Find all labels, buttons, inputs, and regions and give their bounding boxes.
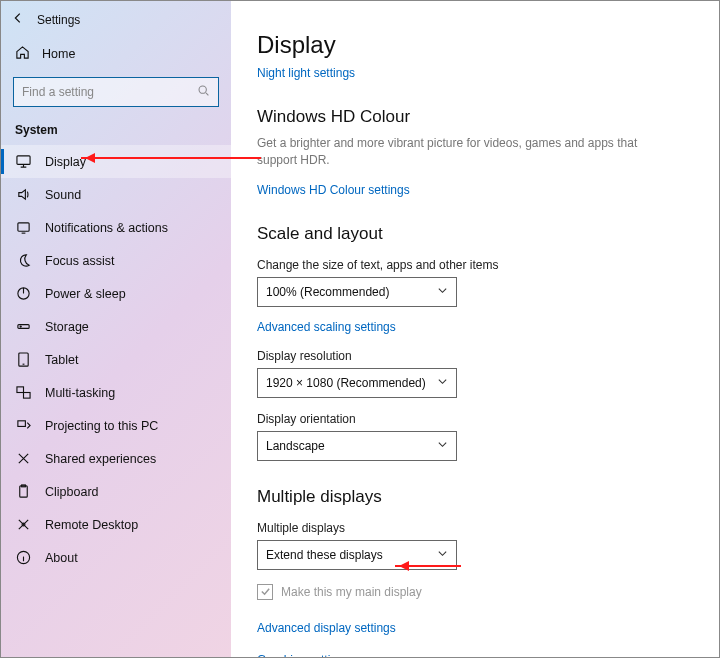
sidebar-item-label: Multi-tasking [45, 386, 115, 400]
sidebar-item-label: Storage [45, 320, 89, 334]
storage-icon [15, 319, 31, 334]
multi-icon [15, 385, 31, 400]
advanced-display-link[interactable]: Advanced display settings [257, 621, 396, 635]
home-nav[interactable]: Home [1, 37, 231, 71]
resolution-select[interactable]: 1920 × 1080 (Recommended) [257, 368, 457, 398]
sidebar-item-about[interactable]: About [1, 541, 231, 574]
sound-icon [15, 187, 31, 202]
main-display-checkbox [257, 584, 273, 600]
sidebar-item-label: Tablet [45, 353, 78, 367]
main-panel: Display Night light settings Windows HD … [231, 1, 719, 657]
tablet-icon [15, 352, 31, 367]
resolution-label: Display resolution [257, 349, 699, 363]
text-size-label: Change the size of text, apps and other … [257, 258, 699, 272]
home-icon [15, 45, 30, 63]
sidebar-item-notifications[interactable]: Notifications & actions [1, 211, 231, 244]
back-button[interactable] [11, 11, 25, 29]
project-icon [15, 418, 31, 433]
sidebar-item-sound[interactable]: Sound [1, 178, 231, 211]
sidebar: Settings Home System DisplaySoundNotific… [1, 1, 231, 657]
clipboard-icon [15, 484, 31, 499]
sidebar-item-label: About [45, 551, 78, 565]
main-display-checkbox-label: Make this my main display [281, 585, 422, 599]
sidebar-item-label: Sound [45, 188, 81, 202]
section-heading: System [1, 117, 231, 143]
orientation-label: Display orientation [257, 412, 699, 426]
info-icon [15, 550, 31, 565]
notif-icon [15, 220, 31, 235]
resolution-value: 1920 × 1080 (Recommended) [266, 376, 426, 390]
hd-colour-link[interactable]: Windows HD Colour settings [257, 183, 410, 197]
orientation-value: Landscape [266, 439, 325, 453]
sidebar-item-label: Notifications & actions [45, 221, 168, 235]
search-box[interactable] [13, 77, 219, 107]
annotation-arrow [81, 157, 261, 159]
chevron-down-icon [437, 439, 448, 453]
sidebar-item-label: Shared experiences [45, 452, 156, 466]
scale-heading: Scale and layout [257, 224, 699, 244]
shared-icon [15, 451, 31, 466]
hd-colour-desc: Get a brighter and more vibrant picture … [257, 135, 657, 170]
sidebar-item-tablet[interactable]: Tablet [1, 343, 231, 376]
sidebar-item-label: Power & sleep [45, 287, 126, 301]
remote-icon [15, 517, 31, 532]
text-size-value: 100% (Recommended) [266, 285, 389, 299]
monitor-icon [15, 154, 31, 169]
sidebar-item-storage[interactable]: Storage [1, 310, 231, 343]
chevron-down-icon [437, 548, 448, 562]
sidebar-item-power[interactable]: Power & sleep [1, 277, 231, 310]
multiple-displays-label: Multiple displays [257, 521, 699, 535]
main-display-checkbox-row: Make this my main display [257, 584, 699, 600]
orientation-select[interactable]: Landscape [257, 431, 457, 461]
moon-icon [15, 253, 31, 268]
svg-point-0 [199, 86, 206, 93]
power-icon [15, 286, 31, 301]
sidebar-item-remote[interactable]: Remote Desktop [1, 508, 231, 541]
night-light-link[interactable]: Night light settings [257, 66, 355, 80]
nav-list: DisplaySoundNotifications & actionsFocus… [1, 145, 231, 574]
titlebar: Settings [1, 7, 231, 37]
sidebar-item-focus[interactable]: Focus assist [1, 244, 231, 277]
advanced-scaling-link[interactable]: Advanced scaling settings [257, 320, 396, 334]
search-icon [197, 83, 210, 101]
chevron-down-icon [437, 376, 448, 390]
hd-colour-heading: Windows HD Colour [257, 107, 699, 127]
multiple-displays-value: Extend these displays [266, 548, 383, 562]
search-input[interactable] [22, 85, 192, 99]
multiple-displays-heading: Multiple displays [257, 487, 699, 507]
sidebar-item-label: Remote Desktop [45, 518, 138, 532]
sidebar-item-label: Clipboard [45, 485, 99, 499]
text-size-select[interactable]: 100% (Recommended) [257, 277, 457, 307]
page-title: Display [257, 31, 699, 59]
sidebar-item-clipboard[interactable]: Clipboard [1, 475, 231, 508]
chevron-down-icon [437, 285, 448, 299]
graphics-settings-link[interactable]: Graphics settings [257, 653, 350, 657]
sidebar-item-multitask[interactable]: Multi-tasking [1, 376, 231, 409]
sidebar-item-projecting[interactable]: Projecting to this PC [1, 409, 231, 442]
window-title: Settings [37, 13, 80, 27]
sidebar-item-label: Focus assist [45, 254, 114, 268]
annotation-arrow [395, 565, 461, 567]
sidebar-item-label: Projecting to this PC [45, 419, 158, 433]
home-label: Home [42, 47, 75, 61]
sidebar-item-display[interactable]: Display [1, 145, 231, 178]
sidebar-item-shared[interactable]: Shared experiences [1, 442, 231, 475]
